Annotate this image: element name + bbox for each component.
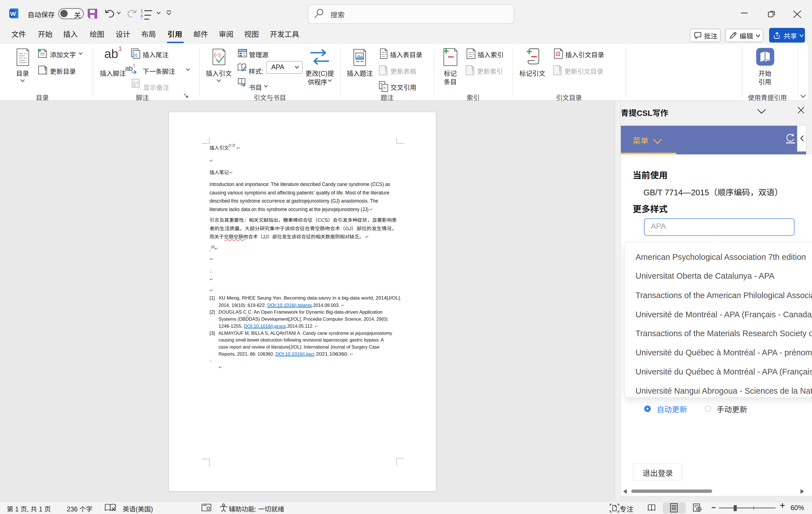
svg-text:↵: ↵ bbox=[214, 246, 218, 251]
svg-text:↵: ↵ bbox=[209, 288, 213, 293]
svg-text:(−): (−) bbox=[214, 52, 221, 58]
svg-text:[3]: [3] bbox=[211, 245, 214, 248]
svg-text:case report and review of lite: case report and review of literature[J/O… bbox=[219, 344, 379, 350]
svg-text:[2]: [2] bbox=[209, 309, 215, 315]
svg-text:2014, 19(10): 619-622.: 2014, 19(10): 619-622. bbox=[219, 302, 267, 308]
svg-text:Introduction and importance: T: Introduction and importance: The literat… bbox=[209, 181, 390, 187]
svg-text:↵: ↵ bbox=[350, 352, 353, 357]
svg-text:.: . bbox=[209, 247, 211, 252]
svg-text:插入引文: 插入引文 bbox=[209, 145, 229, 151]
svg-text:[1,2]: [1,2] bbox=[229, 144, 235, 147]
svg-text:.2014.08.003.: .2014.08.003. bbox=[312, 302, 340, 308]
svg-text:插入笔记: 插入笔记 bbox=[209, 170, 229, 175]
svg-text:DOI:10.1016/j.tplants: DOI:10.1016/j.tplants bbox=[267, 302, 312, 308]
svg-text:[3]: [3] bbox=[209, 330, 215, 336]
svg-text:↓: ↓ bbox=[209, 269, 212, 274]
svg-text:↵: ↵ bbox=[236, 146, 240, 150]
svg-text:1246-1255.: 1246-1255. bbox=[219, 323, 244, 329]
svg-text:W: W bbox=[10, 10, 16, 17]
svg-text:↵: ↵ bbox=[229, 170, 233, 175]
svg-text:↵: ↵ bbox=[341, 303, 345, 308]
svg-text:XU Meng, RHEE Seung Yon. Becom: XU Meng, RHEE Seung Yon. Becoming data-s… bbox=[219, 295, 401, 301]
svg-text:DOI:10.1016/j.procs: DOI:10.1016/j.procs bbox=[244, 323, 286, 329]
svg-text:.2021.106360.: .2021.106360. bbox=[314, 351, 349, 357]
svg-text:↵: ↵ bbox=[315, 324, 318, 329]
svg-text:[i]: [i] bbox=[134, 53, 137, 57]
svg-text:[1]: [1] bbox=[209, 295, 215, 301]
svg-text:.2014.05.112.: .2014.05.112. bbox=[286, 323, 314, 329]
svg-text:者的生活质量。大部分研究集中于该综合征在胃空肠吻合术（GJ）: 者的生活质量。大部分研究集中于该综合征在胃空肠吻合术（GJ）部位的发生情况， bbox=[209, 226, 397, 231]
svg-text:↵: ↵ bbox=[219, 365, 222, 370]
svg-text:causing small bowel obstructio: causing small bowel obstruction followin… bbox=[219, 337, 384, 343]
svg-text:↓: ↓ bbox=[209, 358, 212, 363]
svg-text:引言及其重要性：相关文献指出，糖果棒综合征（CCS）会引发多: 引言及其重要性：相关文献指出，糖果棒综合征（CCS）会引发多种症状，显著影响患 bbox=[209, 217, 397, 223]
svg-text:Systems (DBDDAS) Development[J: Systems (DBDDAS) Development[J/OL]. Proc… bbox=[219, 316, 388, 322]
svg-text:DOUGLAS C C. An Open Framework: DOUGLAS C C. An Open Framework for Dynam… bbox=[219, 309, 383, 315]
svg-text:↵: ↵ bbox=[209, 158, 213, 163]
svg-text:DOI:10.1016/j.ijscr: DOI:10.1016/j.ijscr bbox=[276, 351, 314, 357]
svg-text:causing various symptoms and a: causing various symptoms and affecting p… bbox=[209, 190, 389, 195]
svg-text:↵: ↵ bbox=[209, 277, 213, 282]
svg-text:↵: ↵ bbox=[365, 235, 369, 239]
svg-text:ALMAYOUF M, BILLA S, ALQAHTANI: ALMAYOUF M, BILLA S, ALQAHTANI A. Candy … bbox=[219, 330, 392, 336]
svg-text:而关于空肠空肠吻合术（JJ）部位发生该综合征的相关数据则相对: 而关于空肠空肠吻合术（JJ）部位发生该综合征的相关数据则相对缺乏。 bbox=[209, 234, 364, 240]
svg-text:i: i bbox=[141, 17, 142, 20]
svg-text:Reports, 2021, 86: 106360.: Reports, 2021, 86: 106360. bbox=[219, 351, 276, 357]
svg-text:literature lacks data on this: literature lacks data on this syndrome o… bbox=[209, 207, 369, 212]
svg-text:↵: ↵ bbox=[369, 207, 373, 212]
svg-text:↵: ↵ bbox=[209, 257, 213, 262]
svg-text:described this syndrome occurr: described this syndrome occurrence at ga… bbox=[209, 198, 378, 204]
